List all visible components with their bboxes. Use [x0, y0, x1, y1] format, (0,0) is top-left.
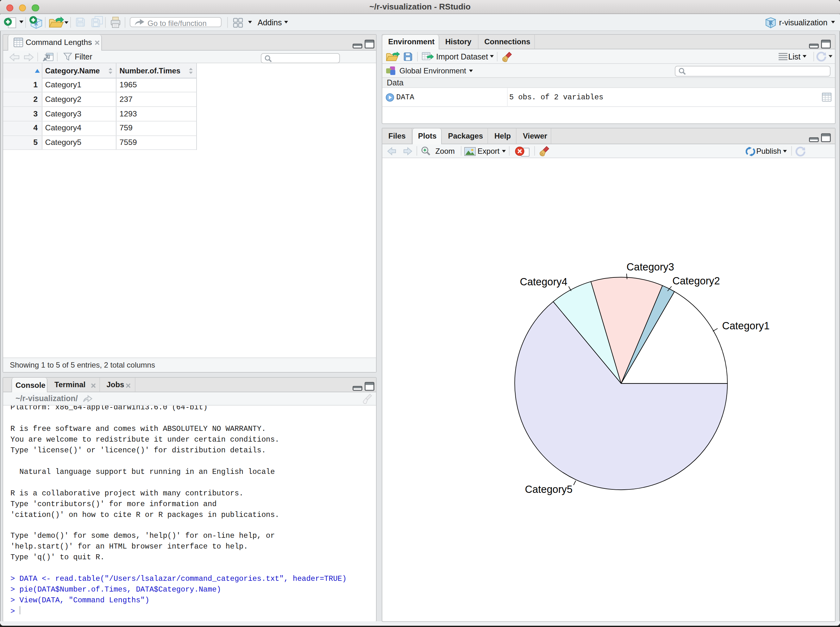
svg-text:Category2: Category2 — [672, 274, 720, 286]
svg-text:Category5: Category5 — [525, 483, 573, 495]
svg-text:Category3: Category3 — [627, 261, 674, 273]
svg-text:Category1: Category1 — [722, 320, 769, 331]
svg-text:R: R — [769, 19, 773, 26]
svg-text:Category4: Category4 — [520, 276, 567, 287]
